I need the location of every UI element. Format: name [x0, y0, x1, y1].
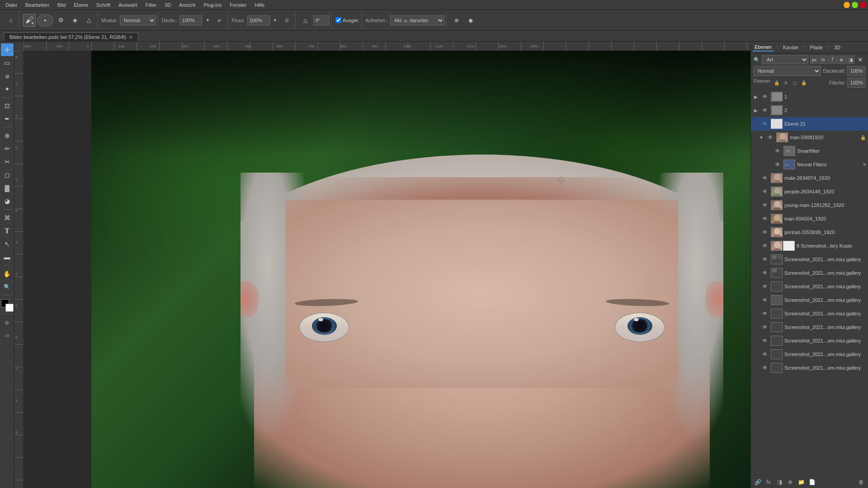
visibility-icon-sf[interactable]: 👁 — [774, 147, 782, 155]
layer-item-ss9[interactable]: 👁 Screenshot_2021...om.miui.gallery — [751, 361, 868, 375]
window-close[interactable] — [860, 2, 866, 8]
expand-icon-ss9[interactable] — [753, 365, 759, 371]
fluss-toggle[interactable]: ▾ — [271, 14, 279, 27]
visibility-icon-1[interactable]: 👁 — [761, 93, 769, 101]
visibility-icon-ss5[interactable]: 👁 — [761, 310, 769, 318]
brush-settings[interactable]: ⚙ — [55, 14, 67, 27]
expand-icon-ss7[interactable] — [753, 338, 759, 344]
visibility-icon-nf[interactable]: 👁 — [774, 160, 782, 169]
expand-icon-man[interactable]: ▼ — [758, 134, 764, 141]
layer-item-ss5[interactable]: 👁 Screenshot_2021...om.miui.gallery — [751, 307, 868, 320]
expand-icon-male[interactable] — [753, 175, 759, 181]
neural-x-icon[interactable]: ✕ — [863, 162, 866, 167]
menu-3d[interactable]: 3D — [161, 1, 175, 9]
visibility-icon-male[interactable]: 👁 — [761, 174, 769, 182]
layer-item-ebene21[interactable]: 👁 Ebene 21 — [751, 117, 868, 131]
tool-gradient[interactable]: ▓ — [1, 182, 14, 194]
aufnehm-select[interactable]: Akt. u. darunter — [390, 15, 444, 25]
brush-tool-option[interactable]: 🖌 ▾ — [23, 14, 36, 27]
layer-item-man[interactable]: ▼ 👁 man-59081920 🔒 — [751, 131, 868, 144]
tool-select-rect[interactable]: ▭ — [1, 56, 14, 69]
deckr-toggle[interactable]: ▾ — [203, 14, 212, 27]
layer-item-group2[interactable]: ▶ 👁 2 — [751, 103, 868, 117]
layer-item-portrait[interactable]: 👁 portrait-3353699_1920 — [751, 225, 868, 239]
filter-px[interactable]: px — [810, 56, 818, 64]
fluss-input[interactable] — [247, 15, 270, 25]
tool-magic-wand[interactable]: ✦ — [1, 83, 14, 95]
tool-screenmode[interactable]: ▭ — [1, 329, 14, 342]
layer-item-ss1[interactable]: 👁 Screenshot_2021...om.miui.gallery — [751, 253, 868, 266]
expand-icon-sskopie[interactable] — [753, 243, 759, 249]
layer-item-man904[interactable]: 👁 man-904504_1920 — [751, 212, 868, 225]
tool-blur[interactable]: ◕ — [1, 195, 14, 207]
layer-item-ss3[interactable]: 👁 Screenshot_2021...om.miui.gallery — [751, 280, 868, 293]
tab-pfade[interactable]: Pfade — [808, 44, 825, 51]
filter-fx[interactable]: fx — [819, 56, 827, 64]
visibility-icon-sskopie[interactable]: 👁 — [761, 242, 769, 250]
expand-icon-ss3[interactable] — [753, 283, 759, 290]
expand-icon-21[interactable] — [753, 121, 759, 127]
visibility-icon-2[interactable]: 👁 — [761, 106, 769, 114]
home-button[interactable]: ⌂ — [5, 14, 17, 27]
canvas-area[interactable] — [24, 51, 750, 488]
layer-item-young[interactable]: 👁 young-man-1281282_1920 — [751, 198, 868, 212]
visibility-icon-ss8[interactable]: 👁 — [761, 350, 769, 358]
visibility-icon-ss2[interactable]: 👁 — [761, 269, 769, 277]
tool-brush[interactable]: ✏ — [1, 142, 14, 155]
visibility-icon-man904[interactable]: 👁 — [761, 215, 769, 223]
tool-shape[interactable]: ▬ — [1, 251, 14, 263]
ausger-checkbox[interactable] — [335, 17, 341, 23]
tab-ebenen[interactable]: Ebenen — [753, 43, 774, 52]
add-mask-btn[interactable]: ◨ — [774, 477, 784, 487]
visibility-icon-ss4[interactable]: 👁 — [761, 296, 769, 304]
layer-item-screenshot-kopie[interactable]: 👁 8 Screenshot...lery Kopie — [751, 239, 868, 253]
tool-clone[interactable]: ✂ — [1, 155, 14, 168]
layer-item-neural[interactable]: 👁 NF Neural Filters ✕ — [751, 158, 868, 171]
menu-ansicht[interactable]: Ansicht — [175, 1, 199, 9]
fill-input[interactable]: 100% — [847, 78, 865, 88]
tool-hand[interactable]: ✋ — [1, 267, 14, 280]
lock-transparent-btn[interactable]: ◻ — [791, 79, 799, 87]
symmetry-btn[interactable]: ⊗ — [450, 14, 463, 27]
pressure-btn[interactable]: ⌀ — [213, 14, 226, 27]
opacity-input[interactable]: 100% — [847, 66, 865, 76]
expand-icon-1[interactable]: ▶ — [753, 94, 759, 100]
expand-icon-people[interactable] — [753, 188, 759, 195]
expand-icon-ss4[interactable] — [753, 297, 759, 303]
menu-plugins[interactable]: Plug-ins — [200, 1, 225, 9]
visibility-icon-21[interactable]: 👁 — [761, 120, 769, 128]
menu-ebene[interactable]: Ebene — [70, 1, 92, 9]
tool-quickmask[interactable]: ◎ — [1, 316, 14, 328]
expand-icon-ss8[interactable] — [753, 351, 759, 357]
expand-icon-ss1[interactable] — [753, 256, 759, 263]
deckr-input[interactable] — [179, 15, 202, 25]
color-swatches[interactable] — [1, 299, 14, 312]
delete-layer-btn[interactable]: 🗑 — [856, 477, 866, 487]
lock-artboard-btn[interactable]: 🔒 — [800, 79, 808, 87]
modus-select[interactable]: Normal — [120, 15, 156, 25]
expand-icon-young[interactable] — [753, 202, 759, 208]
visibility-icon-ss3[interactable]: 👁 — [761, 282, 769, 291]
extra-btn[interactable]: ◉ — [464, 14, 477, 27]
visibility-icon-people[interactable]: 👁 — [761, 188, 769, 196]
airbrush-btn[interactable]: ◎ — [281, 14, 293, 27]
brush-alt2[interactable]: △ — [83, 14, 95, 27]
tab-kanale[interactable]: Kanäle — [781, 44, 800, 51]
tool-lasso[interactable]: ⌀ — [1, 70, 14, 82]
tool-eraser[interactable]: ◻ — [1, 169, 14, 181]
tool-zoom[interactable]: 🔍 — [1, 281, 14, 293]
link-layers-btn[interactable]: 🔗 — [753, 477, 763, 487]
angle-btn[interactable]: △ — [299, 14, 312, 27]
menu-schrift[interactable]: Schrift — [93, 1, 114, 9]
tool-path-select[interactable]: ↖ — [1, 238, 14, 250]
filter-smart[interactable]: ◨ — [846, 56, 854, 64]
menu-auswahl[interactable]: Auswahl — [115, 1, 141, 9]
window-maximize[interactable] — [852, 2, 858, 8]
tool-pen[interactable]: ⌘ — [1, 211, 14, 224]
filter-text[interactable]: T — [828, 56, 836, 64]
menu-datei[interactable]: Datei — [2, 1, 21, 9]
filter-shape[interactable]: ⊕ — [837, 56, 845, 64]
filter-toggle[interactable]: ✕ — [855, 56, 865, 64]
new-adjustment-btn[interactable]: ⊕ — [785, 477, 795, 487]
new-group-btn[interactable]: 📁 — [796, 477, 806, 487]
